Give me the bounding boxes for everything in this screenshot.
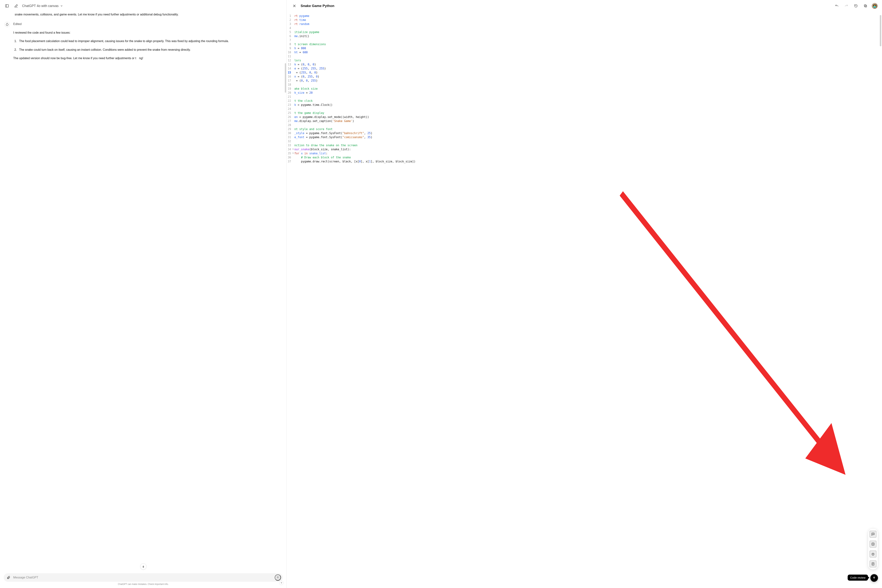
- arrow-up-icon: [872, 576, 876, 580]
- code-content: e = (255, 255, 255): [294, 66, 326, 70]
- rail-comment-button[interactable]: [870, 531, 876, 537]
- code-content: nt style and score font: [294, 127, 333, 131]
- openai-icon: [6, 23, 9, 26]
- code-line[interactable]: 23k = pygame.time.Clock(): [286, 103, 882, 107]
- copy-icon: [864, 4, 867, 8]
- rail-logs-button[interactable]: [870, 561, 876, 567]
- arrow-square-icon: [871, 542, 875, 546]
- code-line[interactable]: 35for x in snake_list:: [286, 152, 882, 156]
- chat-pane: ChatGPT 4o with canvas snake movements, …: [0, 0, 286, 588]
- code-line[interactable]: 26en = pygame.display.set_mode((width, h…: [286, 115, 882, 119]
- sidebar-toggle-button[interactable]: [4, 3, 10, 9]
- rail-convert-button[interactable]: [870, 541, 876, 548]
- line-number: 8: [286, 42, 294, 46]
- code-line[interactable]: 30_style = pygame.font.SysFont("bahnschr…: [286, 131, 882, 135]
- code-line[interactable]: 21: [286, 95, 882, 99]
- code-line[interactable]: 24: [286, 107, 882, 111]
- code-line[interactable]: 29nt style and score font: [286, 127, 882, 131]
- review-lead: I reviewed the code and found a few issu…: [13, 30, 276, 36]
- composer-input[interactable]: [13, 576, 273, 579]
- code-line[interactable]: 7: [286, 38, 882, 42]
- code-content: ht = 600: [294, 50, 308, 54]
- chevron-down-icon[interactable]: [292, 152, 294, 154]
- code-line[interactable]: 11: [286, 54, 882, 58]
- code-line[interactable]: 34our_snake(block_size, snake_list):: [286, 147, 882, 152]
- close-icon: [292, 4, 296, 8]
- code-content: rt time: [294, 18, 306, 22]
- code-line[interactable]: 1rt pygame: [286, 14, 882, 18]
- code-content: our_snake(block_size, snake_list):: [294, 147, 351, 152]
- code-line[interactable]: 6me.init(): [286, 34, 882, 38]
- line-number: 15: [286, 70, 294, 75]
- code-content: = (0, 0, 255): [294, 79, 318, 82]
- chat-scrollbar-thumb[interactable]: [285, 63, 286, 93]
- code-content: t screen dimensions: [294, 42, 326, 46]
- line-number: 16: [286, 75, 294, 79]
- svg-rect-6: [865, 5, 867, 7]
- line-number: 25: [286, 111, 294, 115]
- copy-button[interactable]: [862, 3, 869, 9]
- line-number: 34: [286, 147, 294, 152]
- line-number: 21: [286, 95, 294, 99]
- code-line[interactable]: 3rt random: [286, 22, 882, 26]
- chat-scroll[interactable]: snake movements, collisions, and game ev…: [0, 12, 286, 572]
- code-content: n = (0, 255, 0): [294, 75, 319, 79]
- composer-area: ChatGPT can make mistakes. Check importa…: [0, 572, 286, 588]
- code-line[interactable]: 19ake block size: [286, 87, 882, 91]
- code-line[interactable]: 27me.display.set_caption('Snake Game'): [286, 119, 882, 123]
- line-number: 22: [286, 99, 294, 103]
- code-line[interactable]: 33nction to draw the snake on the screen: [286, 143, 882, 147]
- code-content: ake block size: [294, 87, 318, 91]
- code-editor[interactable]: 1rt pygame2rt time3rt random45itialize p…: [286, 14, 882, 588]
- scroll-to-bottom-button[interactable]: [140, 563, 147, 570]
- line-number: 17: [286, 79, 294, 82]
- code-line[interactable]: 10ht = 600: [286, 50, 882, 54]
- code-line[interactable]: 12lors: [286, 58, 882, 63]
- code-line[interactable]: 36 # Draw each block of the snake: [286, 156, 882, 159]
- code-line[interactable]: 17 = (0, 0, 255): [286, 79, 882, 82]
- code-line[interactable]: 18: [286, 82, 882, 87]
- svg-rect-7: [864, 4, 866, 6]
- user-avatar[interactable]: 🧑‍💻: [872, 3, 878, 9]
- history-button[interactable]: [853, 3, 859, 9]
- code-line[interactable]: 5itialize pygame: [286, 30, 882, 34]
- line-number: 31: [286, 135, 294, 139]
- rail-bug-button[interactable]: [870, 551, 876, 557]
- redo-button[interactable]: [843, 3, 850, 9]
- scroll-editor-button[interactable]: [870, 574, 878, 582]
- code-content: me.init(): [294, 34, 309, 38]
- line-number: 1: [286, 14, 294, 18]
- code-line[interactable]: 8t screen dimensions: [286, 42, 882, 46]
- code-line[interactable]: 13k = (0, 0, 0): [286, 63, 882, 66]
- code-line[interactable]: 28: [286, 123, 882, 127]
- code-line[interactable]: 32: [286, 139, 882, 143]
- code-content: pygame.draw.rect(screen, black, [x[0], x…: [294, 159, 416, 164]
- code-line[interactable]: 25t the game display: [286, 111, 882, 115]
- code-line[interactable]: 9h = 800: [286, 46, 882, 50]
- line-number: 4: [286, 26, 294, 30]
- code-line[interactable]: 31e_font = pygame.font.SysFont("comicsan…: [286, 135, 882, 139]
- editor-scrollbar-thumb[interactable]: [880, 15, 881, 46]
- code-line[interactable]: 14e = (255, 255, 255): [286, 66, 882, 70]
- send-button[interactable]: [275, 574, 281, 580]
- chevron-down-icon[interactable]: [292, 148, 294, 150]
- attach-button[interactable]: [6, 574, 11, 580]
- undo-button[interactable]: [834, 3, 840, 9]
- code-content: t the clock: [294, 99, 312, 103]
- code-line[interactable]: 22t the clock: [286, 99, 882, 103]
- help-button[interactable]: ?: [279, 580, 284, 585]
- code-line[interactable]: 16n = (0, 255, 0): [286, 75, 882, 79]
- code-line[interactable]: 20k_size = 20: [286, 91, 882, 95]
- code-line[interactable]: 2rt time: [286, 18, 882, 22]
- code-line[interactable]: 15 = (255, 0, 0): [286, 70, 882, 75]
- new-chat-button[interactable]: [13, 3, 20, 9]
- line-number: 13: [286, 63, 294, 66]
- issue-list: The food placement calculation could lea…: [13, 38, 276, 52]
- undo-icon: [835, 4, 838, 8]
- close-canvas-button[interactable]: [291, 3, 298, 9]
- code-line[interactable]: 37 pygame.draw.rect(screen, black, [x[0]…: [286, 159, 882, 164]
- model-picker[interactable]: ChatGPT 4o with canvas: [22, 4, 63, 8]
- line-number: 19: [286, 87, 294, 91]
- code-line[interactable]: 4: [286, 26, 882, 30]
- line-number: 35: [286, 152, 294, 156]
